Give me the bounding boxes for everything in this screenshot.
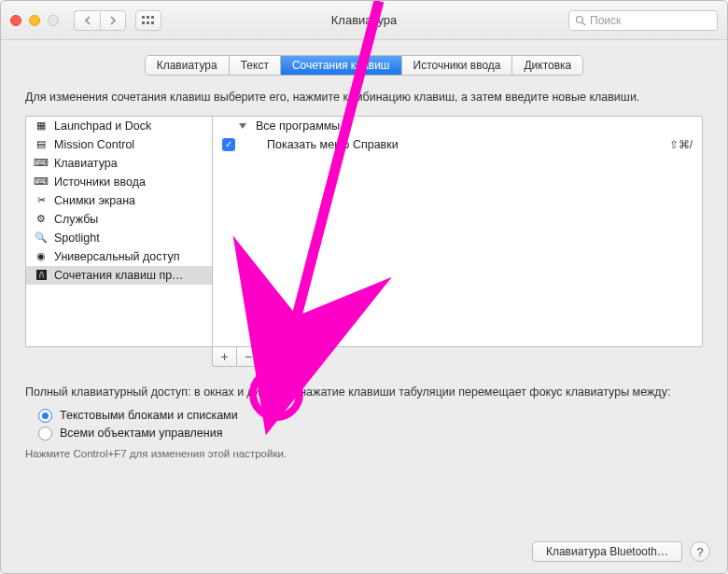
radio-icon[interactable] xyxy=(38,427,52,441)
category-services[interactable]: ⚙Службы xyxy=(26,210,212,229)
tab-shortcuts[interactable]: Сочетания клавиш xyxy=(281,56,402,75)
shortcut-panes: ▦Launchpad и Dock ▤Mission Control ⌨Клав… xyxy=(25,116,703,347)
tab-text[interactable]: Текст xyxy=(230,56,281,75)
search-input[interactable]: Поиск xyxy=(568,10,718,31)
window-controls xyxy=(10,15,59,26)
category-launchpad[interactable]: ▦Launchpad и Dock xyxy=(26,117,212,135)
group-label: Все программы xyxy=(256,119,340,133)
gear-icon: ⚙ xyxy=(34,213,49,226)
nav-buttons xyxy=(74,10,126,31)
content: Для изменения сочетания клавиш выберите … xyxy=(1,85,727,459)
titlebar: Клавиатура Поиск xyxy=(1,1,727,40)
category-screenshots[interactable]: ✂Снимки экрана xyxy=(26,191,212,210)
search-placeholder: Поиск xyxy=(590,14,621,27)
fka-option-all-controls[interactable]: Всеми объектами управления xyxy=(38,427,703,441)
svg-rect-2 xyxy=(151,16,154,19)
category-list[interactable]: ▦Launchpad и Dock ▤Mission Control ⌨Клав… xyxy=(25,116,212,347)
fka-hotkey-note: Нажмите Control+F7 для изменения этой на… xyxy=(25,448,703,459)
tab-keyboard[interactable]: Клавиатура xyxy=(146,56,230,75)
category-mission-control[interactable]: ▤Mission Control xyxy=(26,135,212,154)
category-input-sources[interactable]: ⌨Источники ввода xyxy=(26,173,212,191)
launchpad-icon: ▦ xyxy=(34,119,49,133)
remove-button[interactable]: − xyxy=(236,346,260,367)
minimize-icon[interactable] xyxy=(29,15,40,26)
accessibility-icon: ◉ xyxy=(34,250,49,263)
tabbar: Клавиатура Текст Сочетания клавиш Источн… xyxy=(1,40,727,85)
bluetooth-keyboard-button[interactable]: Клавиатура Bluetooth… xyxy=(532,541,682,562)
instruction-text: Для изменения сочетания клавиш выберите … xyxy=(25,89,703,106)
svg-line-7 xyxy=(582,22,585,25)
radio-icon[interactable] xyxy=(38,409,52,423)
shortcut-row[interactable]: ✓ Показать меню Справки ⇧⌘/ xyxy=(213,135,702,154)
preferences-window: Клавиатура Поиск Клавиатура Текст Сочета… xyxy=(0,0,728,574)
category-keyboard[interactable]: ⌨Клавиатура xyxy=(26,154,212,173)
fka-options: Текстовыми блоками и списками Всеми объе… xyxy=(38,409,703,441)
checkbox[interactable]: ✓ xyxy=(222,138,235,151)
svg-point-6 xyxy=(577,16,583,22)
tab-dictation[interactable]: Диктовка xyxy=(512,56,582,75)
category-spotlight[interactable]: 🔍Spotlight xyxy=(26,229,212,247)
close-icon[interactable] xyxy=(10,15,21,26)
zoom-icon xyxy=(48,15,59,26)
keyboard-icon: ⌨ xyxy=(34,175,49,189)
tab-input-sources[interactable]: Источники ввода xyxy=(402,56,513,75)
shortcut-keys[interactable]: ⇧⌘/ xyxy=(669,138,693,151)
back-button[interactable] xyxy=(74,10,100,31)
shortcut-list[interactable]: Все программы ✓ Показать меню Справки ⇧⌘… xyxy=(212,116,703,347)
category-app-shortcuts[interactable]: 🅰Сочетания клавиш пр… xyxy=(26,266,212,285)
svg-rect-1 xyxy=(147,16,149,19)
shortcut-label: Показать меню Справки xyxy=(267,138,399,151)
full-keyboard-access-text: Полный клавиатурный доступ: в окнах и ди… xyxy=(25,384,703,401)
spotlight-icon: 🔍 xyxy=(34,231,49,245)
footer: Клавиатура Bluetooth… ? xyxy=(532,541,710,562)
svg-rect-3 xyxy=(142,21,145,24)
svg-rect-0 xyxy=(142,16,145,19)
apps-icon: 🅰 xyxy=(34,269,49,282)
svg-rect-5 xyxy=(151,21,154,24)
forward-button[interactable] xyxy=(100,10,126,31)
fka-option-text-lists[interactable]: Текстовыми блоками и списками xyxy=(38,409,703,423)
svg-rect-4 xyxy=(147,21,149,24)
add-remove-controls: + − xyxy=(212,346,703,367)
add-button[interactable]: + xyxy=(212,346,236,367)
mission-control-icon: ▤ xyxy=(34,138,49,151)
keyboard-icon: ⌨ xyxy=(34,157,49,170)
show-all-button[interactable] xyxy=(135,10,161,31)
screenshot-icon: ✂ xyxy=(34,194,49,207)
chevron-down-icon xyxy=(239,123,246,129)
window-title: Клавиатура xyxy=(331,13,397,27)
shortcut-group[interactable]: Все программы xyxy=(213,117,702,135)
search-icon xyxy=(575,15,586,26)
category-accessibility[interactable]: ◉Универсальный доступ xyxy=(26,247,212,266)
help-button[interactable]: ? xyxy=(690,541,710,562)
